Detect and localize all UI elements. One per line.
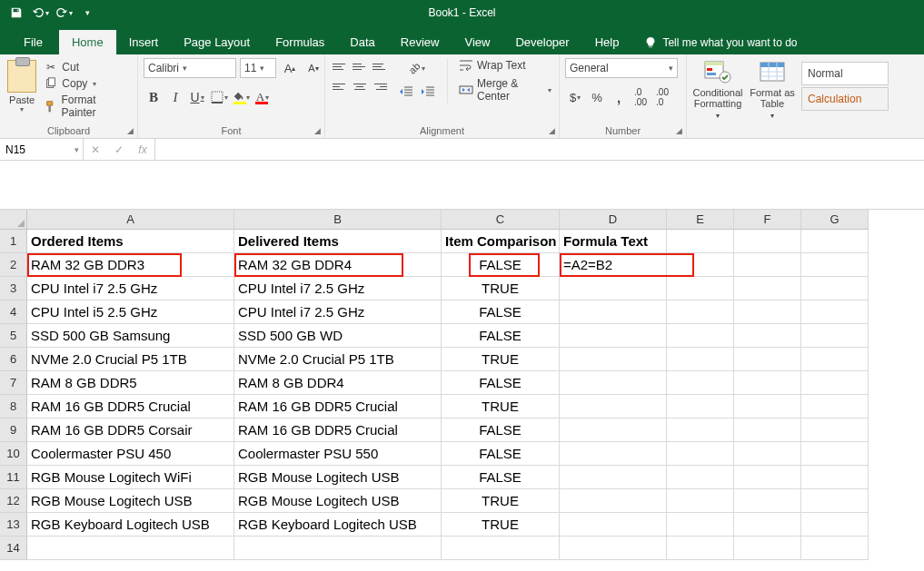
accounting-format-button[interactable]: $▾	[565, 87, 585, 107]
cell-c2[interactable]: FALSE	[442, 253, 560, 277]
cancel-formula-button[interactable]: ✕	[84, 143, 107, 156]
column-header-a[interactable]: A	[27, 210, 234, 230]
align-middle-button[interactable]	[351, 58, 369, 74]
tab-help[interactable]: Help	[582, 30, 632, 54]
row-header-5[interactable]: 5	[0, 324, 27, 348]
tab-view[interactable]: View	[452, 30, 502, 54]
cell-c4[interactable]: FALSE	[442, 300, 560, 324]
copy-button[interactable]: Copy ▾	[42, 76, 132, 91]
cell-a11[interactable]: RGB Mouse Logitech WiFi	[27, 466, 234, 489]
qat-customize-button[interactable]: ▾	[76, 3, 98, 23]
column-header-d[interactable]: D	[560, 210, 667, 230]
row-header-8[interactable]: 8	[0, 395, 27, 418]
cell-e9[interactable]	[667, 418, 734, 442]
clipboard-dialog-launcher[interactable]: ◢	[124, 125, 135, 136]
tab-review[interactable]: Review	[388, 30, 452, 54]
cell-e1[interactable]	[667, 230, 734, 253]
cell-c5[interactable]: FALSE	[442, 324, 560, 348]
cell-d7[interactable]	[560, 371, 667, 395]
cell-b8[interactable]: RAM 16 GB DDR5 Crucial	[234, 395, 442, 418]
select-all-corner[interactable]	[0, 210, 27, 230]
cell-g1[interactable]	[801, 230, 869, 253]
alignment-dialog-launcher[interactable]: ◢	[546, 125, 557, 136]
cell-f10[interactable]	[734, 442, 801, 466]
cell-d3[interactable]	[560, 277, 667, 300]
cell-style-normal[interactable]: Normal	[801, 62, 889, 85]
redo-button[interactable]: ▾	[53, 3, 75, 23]
cell-a8[interactable]: RAM 16 GB DDR5 Crucial	[27, 395, 234, 418]
cell-a6[interactable]: NVMe 2.0 Crucial P5 1TB	[27, 348, 234, 371]
row-header-13[interactable]: 13	[0, 513, 27, 537]
cell-e7[interactable]	[667, 371, 734, 395]
cell-c6[interactable]: TRUE	[442, 348, 560, 371]
align-top-button[interactable]	[331, 58, 349, 74]
cell-a4[interactable]: CPU Intel i5 2.5 GHz	[27, 300, 234, 324]
cell-f8[interactable]	[734, 395, 801, 418]
font-name-combo[interactable]: Calibri▾	[144, 58, 236, 78]
cell-f14[interactable]	[734, 537, 801, 560]
cell-g2[interactable]	[801, 253, 869, 277]
row-header-2[interactable]: 2	[0, 253, 27, 277]
cell-b2[interactable]: RAM 32 GB DDR4	[234, 253, 442, 277]
row-header-4[interactable]: 4	[0, 300, 27, 324]
cell-d5[interactable]	[560, 324, 667, 348]
cell-f3[interactable]	[734, 277, 801, 300]
font-dialog-launcher[interactable]: ◢	[312, 125, 323, 136]
align-bottom-button[interactable]	[371, 58, 389, 74]
cell-b13[interactable]: RGB Keyboard Logitech USB	[234, 513, 442, 537]
cell-b9[interactable]: RAM 16 GB DDR5 Crucial	[234, 418, 442, 442]
cell-a1[interactable]: Ordered Items	[27, 230, 234, 253]
cell-g13[interactable]	[801, 513, 869, 537]
cell-a9[interactable]: RAM 16 GB DDR5 Corsair	[27, 418, 234, 442]
cell-g12[interactable]	[801, 489, 869, 513]
tab-insert[interactable]: Insert	[116, 30, 172, 54]
cell-b12[interactable]: RGB Mouse Logitech USB	[234, 489, 442, 513]
cell-e2[interactable]	[667, 253, 734, 277]
cell-b3[interactable]: CPU Intel i7 2.5 GHz	[234, 277, 442, 300]
cell-f11[interactable]	[734, 466, 801, 489]
cell-d10[interactable]	[560, 442, 667, 466]
cell-c13[interactable]: TRUE	[442, 513, 560, 537]
cell-a5[interactable]: SSD 500 GB Samsung	[27, 324, 234, 348]
cell-f4[interactable]	[734, 300, 801, 324]
cell-g3[interactable]	[801, 277, 869, 300]
align-center-button[interactable]	[351, 78, 369, 94]
cell-a7[interactable]: RAM 8 GB DDR5	[27, 371, 234, 395]
tab-page-layout[interactable]: Page Layout	[171, 30, 263, 54]
cell-b6[interactable]: NVMe 2.0 Crucial P5 1TB	[234, 348, 442, 371]
paste-button[interactable]: Paste ▾	[5, 58, 38, 113]
row-header-12[interactable]: 12	[0, 489, 27, 513]
conditional-formatting-button[interactable]: Conditional Formatting▾	[692, 58, 743, 120]
number-dialog-launcher[interactable]: ◢	[673, 125, 684, 136]
cell-f5[interactable]	[734, 324, 801, 348]
cell-d2[interactable]: =A2=B2	[560, 253, 667, 277]
cell-d1[interactable]: Formula Text	[560, 230, 667, 253]
cell-b10[interactable]: Coolermaster PSU 550	[234, 442, 442, 466]
cell-d14[interactable]	[560, 537, 667, 560]
cell-g9[interactable]	[801, 418, 869, 442]
tell-me-search[interactable]: Tell me what you want to do	[631, 31, 810, 54]
cell-d6[interactable]	[560, 348, 667, 371]
decrease-indent-button[interactable]	[396, 82, 416, 102]
underline-button[interactable]: U▾	[187, 87, 207, 107]
format-as-table-button[interactable]: Format as Table▾	[747, 58, 798, 120]
cell-f9[interactable]	[734, 418, 801, 442]
cell-f12[interactable]	[734, 489, 801, 513]
number-format-combo[interactable]: General▾	[565, 58, 678, 78]
cell-g11[interactable]	[801, 466, 869, 489]
cell-d4[interactable]	[560, 300, 667, 324]
cell-e14[interactable]	[667, 537, 734, 560]
align-left-button[interactable]	[331, 78, 349, 94]
cell-a13[interactable]: RGB Keyboard Logitech USB	[27, 513, 234, 537]
column-header-e[interactable]: E	[667, 210, 734, 230]
format-painter-button[interactable]: Format Painter	[42, 93, 132, 120]
tab-developer[interactable]: Developer	[502, 30, 581, 54]
cell-f7[interactable]	[734, 371, 801, 395]
row-header-6[interactable]: 6	[0, 348, 27, 371]
cell-g8[interactable]	[801, 395, 869, 418]
enter-formula-button[interactable]: ✓	[107, 143, 131, 156]
merge-center-button[interactable]: Merge & Center ▾	[457, 76, 553, 103]
increase-indent-button[interactable]	[418, 82, 438, 102]
row-header-11[interactable]: 11	[0, 466, 27, 489]
tab-data[interactable]: Data	[337, 30, 387, 54]
